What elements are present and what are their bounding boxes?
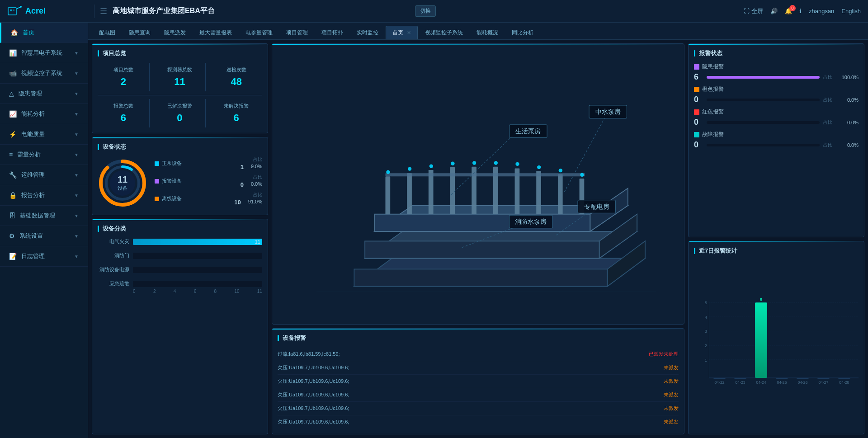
svg-point-41 [580,173,584,177]
menu-icon[interactable]: ☰ [100,6,107,16]
sidebar-item-basedata[interactable]: 🗄 基础数据管理 ▼ [0,206,88,226]
svg-text:5: 5 [705,301,707,305]
tab-realtime-monitor[interactable]: 实时监控 [350,26,385,39]
tab-yoy-analysis[interactable]: 同比分析 [505,26,540,39]
sidebar-label-settings: 系统设置 [19,232,43,240]
tab-hazard-query[interactable]: 隐患查询 [123,26,157,39]
arrow-icon-5: ▼ [74,132,79,137]
settings-icon: ⚙ [9,232,15,240]
project-overview-panel: 项目总览 项目总数 2 探测器总数 11 巡检次数 48 [92,43,268,133]
svg-rect-2 [13,9,14,11]
sidebar-item-report[interactable]: 🔒 报告分析 ▼ [0,185,88,206]
building-3d-panel: 生活泵房 中水泵房 消防水泵房 专配电房 [272,43,684,325]
sidebar-item-video[interactable]: 📹 视频监控子系统 ▼ [0,63,88,84]
svg-rect-70 [755,302,767,378]
sidebar-item-settings[interactable]: ⚙ 系统设置 ▼ [0,226,88,246]
alarm-status-panel: 报警状态 隐患报警 6 占比 100.0% [688,43,864,237]
svg-marker-19 [375,214,590,231]
svg-text:04-26: 04-26 [797,380,807,385]
ops-icon: 🔧 [9,171,17,179]
svg-text:3: 3 [705,329,707,334]
sidebar-label-report: 报告分析 [21,191,45,199]
logo: Acrel [7,4,89,19]
building-svg: 生活泵房 中水泵房 消防水泵房 专配电房 [278,49,679,319]
demand-icon: ≡ [9,151,13,158]
language-selector[interactable]: English [841,8,861,14]
svg-text:生活泵房: 生活泵房 [515,127,541,135]
sidebar-item-smart-electric[interactable]: 📊 智慧用电子系统 ▼ [0,43,88,63]
alarm-list-item: 欠压:Ua109.7,Ub109.6,Uc109.6; 未派发 [278,361,679,375]
logs-icon: 📝 [9,253,17,260]
svg-text:04-22: 04-22 [715,380,725,385]
arrow-icon-11: ▼ [74,254,79,259]
tab-video-monitor[interactable]: 视频监控子系统 [419,26,469,39]
svg-point-38 [515,162,519,166]
svg-text:2: 2 [705,343,707,348]
info-icon[interactable]: ℹ [799,8,802,14]
username: zhangsan [809,8,834,14]
sidebar-item-home[interactable]: 🏠 首页 [0,23,88,43]
svg-marker-16 [365,241,599,258]
sidebar-item-energy[interactable]: 📈 能耗分析 ▼ [0,104,88,124]
tab-electric-mgmt[interactable]: 电参量管理 [239,26,279,39]
svg-text:04-25: 04-25 [777,380,787,385]
tab-project-topo[interactable]: 项目拓扑 [315,26,349,39]
tab-config-diagram[interactable]: 配电图 [93,26,122,39]
sidebar-label-logs: 日志管理 [21,252,45,260]
content-area: 配电图 隐患查询 隐患派发 最大需量报表 电参量管理 项目管理 项目拓扑 实时监… [88,23,868,438]
svg-rect-21 [385,176,390,214]
alarm-list-item: 欠压:Ua109.7,Ub109.6,Uc109.6; 未派发 [278,415,679,429]
video-icon: 📹 [9,70,17,77]
svg-point-33 [408,167,411,170]
svg-rect-28 [536,171,541,214]
svg-text:04-24: 04-24 [756,380,766,385]
content-grid: 项目总览 项目总数 2 探测器总数 11 巡检次数 48 [88,40,868,438]
sidebar-item-demand[interactable]: ≡ 需量分析 ▼ [0,145,88,165]
arrow-icon-6: ▼ [74,152,79,157]
fullscreen-button[interactable]: ⛶ 全屏 [744,7,763,15]
arrow-icon-8: ▼ [74,193,79,198]
svg-text:4: 4 [705,315,707,319]
svg-text:专配电房: 专配电房 [584,203,609,210]
sidebar-item-logs[interactable]: 📝 日志管理 ▼ [0,246,88,267]
topbar: Acrel ☰ 高地城市服务产业集团EBA平台 切换 ⛶ 全屏 🔊 🔔 0 ℹ … [0,0,868,23]
sidebar-item-power[interactable]: ⚡ 电能质量 ▼ [0,124,88,145]
sidebar-label-home: 首页 [23,28,34,37]
close-tab-icon[interactable]: ✕ [407,30,411,35]
svg-rect-0 [8,8,16,15]
sidebar-item-ops[interactable]: 🔧 运维管理 ▼ [0,165,88,185]
svg-rect-29 [558,174,563,214]
svg-text:04-28: 04-28 [839,380,849,385]
svg-text:04-27: 04-27 [818,380,828,385]
stat: 巡检次数 48 [210,63,262,91]
svg-point-40 [559,169,562,172]
sidebar-label-energy: 能耗分析 [21,110,45,118]
switch-button[interactable]: 切换 [415,5,436,17]
alarm-chart-panel: 近7日报警统计 5 4 3 [688,241,864,435]
topbar-right: ⛶ 全屏 🔊 🔔 0 ℹ zhangsan English [744,7,861,15]
smart-electric-icon: 📊 [9,49,17,57]
tab-max-demand[interactable]: 最大需量报表 [193,26,238,39]
sidebar-label-ops: 运维管理 [21,171,45,179]
tab-project-mgmt[interactable]: 项目管理 [280,26,314,39]
donut-chart: 11 设备 [98,158,147,208]
alarm-list-item: 欠压:Ua109.7,Ub109.6,Uc109.6; 未派发 [278,388,679,402]
7day-chart: 5 4 3 2 1 04-22 04-23 5 [694,260,859,429]
tab-hazard-dispatch[interactable]: 隐患派发 [158,26,192,39]
tab-home[interactable]: 首页 ✕ [386,26,418,39]
svg-marker-13 [354,269,607,286]
alarm-list-item: 欠压:Ua109.7,Ub109.6,Uc109.6; 未派发 [278,402,679,415]
volume-icon[interactable]: 🔊 [770,8,778,14]
bell-badge[interactable]: 🔔 0 [785,8,792,14]
sidebar-item-hazard[interactable]: △ 隐患管理 ▼ [0,84,88,104]
arrow-icon-3: ▼ [74,91,79,96]
sidebar-label-video: 视频监控子系统 [21,69,62,77]
nav-tabs: 配电图 隐患查询 隐患派发 最大需量报表 电参量管理 项目管理 项目拓扑 实时监… [88,23,868,40]
stat: 探测器总数 11 [154,63,206,91]
svg-rect-68 [734,378,746,379]
stat: 未解决报警 6 [210,99,262,127]
project-overview-title: 项目总览 [98,49,262,57]
arrow-icon-2: ▼ [74,71,79,76]
svg-rect-75 [797,378,809,379]
tab-energy-overview[interactable]: 能耗概况 [470,26,505,39]
